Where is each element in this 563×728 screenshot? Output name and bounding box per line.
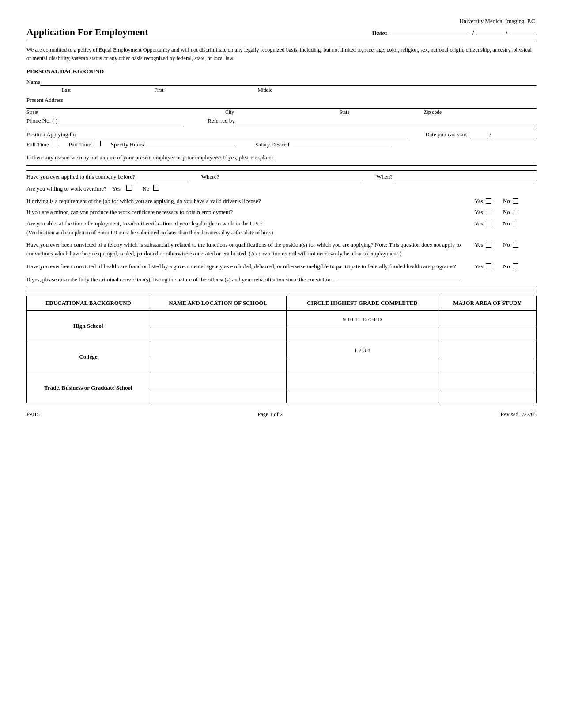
- slash3: /: [489, 131, 491, 138]
- address-line[interactable]: [26, 108, 537, 109]
- fraud-yes-checkbox[interactable]: [486, 263, 491, 269]
- legal-no-checkbox[interactable]: [513, 221, 518, 226]
- education-table: EDUCATIONAL BACKGROUND NAME AND LOCATION…: [26, 296, 537, 403]
- high-school-name[interactable]: [150, 311, 286, 328]
- full-time-checkbox[interactable]: [53, 141, 58, 146]
- salary-input[interactable]: [293, 146, 390, 146]
- high-school-major-2[interactable]: [438, 328, 536, 341]
- driving-yes-label: Yes: [475, 197, 483, 206]
- high-school-grades: 9 10 11 12/GED: [286, 311, 438, 328]
- yes-ot-label: Yes: [112, 185, 121, 192]
- criminal-desc-input[interactable]: [336, 281, 460, 281]
- table-row: High School 9 10 11 12/GED: [27, 311, 537, 328]
- name-row: Name: [26, 79, 537, 86]
- name-input[interactable]: [40, 85, 537, 86]
- college-label: College: [27, 341, 150, 372]
- date-month[interactable]: [476, 35, 503, 35]
- page: University Medical Imaging, P.C. Applica…: [0, 0, 563, 728]
- phone-label: Phone No. ( ): [26, 117, 57, 124]
- high-school-major[interactable]: [438, 311, 536, 328]
- legal-right-note: (Verification and completion of Form I-9…: [26, 229, 537, 237]
- high-school-name-2[interactable]: [150, 328, 286, 341]
- driving-row: If driving is a requirement of the job f…: [26, 197, 537, 206]
- felony-block: Have you ever been convicted of a felony…: [26, 240, 537, 258]
- fraud-block: Have you ever been convicted of healthca…: [26, 262, 537, 271]
- driving-yes-checkbox[interactable]: [486, 198, 491, 204]
- where-label: Where?: [201, 173, 219, 180]
- college-major-2[interactable]: [438, 359, 536, 372]
- overtime-label: Are you willing to work overtime?: [26, 185, 106, 192]
- felony-no-checkbox[interactable]: [513, 242, 518, 248]
- zip-label: Zip code: [406, 109, 442, 115]
- date-field: Date: / /: [372, 30, 537, 37]
- college-major[interactable]: [438, 341, 536, 359]
- trade-school-grades: [286, 372, 438, 390]
- college-name-2[interactable]: [150, 359, 286, 372]
- minor-no-checkbox[interactable]: [513, 210, 518, 215]
- name-label: Name: [26, 79, 40, 86]
- city-label: City: [185, 109, 274, 115]
- overtime-yes-checkbox[interactable]: [126, 185, 132, 191]
- edu-header-2: CIRCLE HIGHEST GRADE COMPLETED: [286, 296, 438, 311]
- legal-no-label: No: [503, 219, 510, 228]
- criminal-desc-row: If yes, please describe fully the crimin…: [26, 275, 537, 285]
- edu-header-row: EDUCATIONAL BACKGROUND NAME AND LOCATION…: [27, 296, 537, 311]
- felony-yes-label: Yes: [475, 240, 483, 249]
- date-slash2: /: [506, 30, 507, 37]
- felony-yes-checkbox[interactable]: [486, 242, 491, 248]
- specify-hours-input[interactable]: [148, 146, 236, 146]
- start-date-2[interactable]: [492, 138, 510, 138]
- start-date-1[interactable]: [470, 138, 488, 138]
- minor-yes-checkbox[interactable]: [486, 210, 491, 215]
- college-name[interactable]: [150, 341, 286, 359]
- applied-before-row: Have you ever applied to this company be…: [26, 173, 537, 180]
- first-label: First: [124, 87, 194, 93]
- table-row: Trade, Business or Graduate School: [27, 372, 537, 390]
- driving-yn: Yes No: [475, 197, 537, 206]
- minor-yes-label: Yes: [475, 208, 483, 217]
- trade-school-major[interactable]: [438, 372, 536, 390]
- fraud-no-label: No: [503, 262, 510, 271]
- date-input[interactable]: [390, 35, 469, 35]
- date-slash1: /: [472, 30, 474, 37]
- high-school-grades-2: [286, 328, 438, 341]
- eeo-text: We are committed to a policy of Equal Em…: [26, 46, 537, 63]
- legal-yes-checkbox[interactable]: [486, 221, 491, 226]
- referred-input[interactable]: [235, 124, 537, 124]
- applied-before-label: Have you ever applied to this company be…: [26, 173, 135, 180]
- referred-label: Referred by: [208, 117, 235, 124]
- employer-answer-line[interactable]: [26, 165, 537, 166]
- when-input[interactable]: [393, 180, 537, 180]
- overtime-row: Are you willing to work overtime? Yes No: [26, 184, 537, 194]
- high-school-label: High School: [27, 311, 150, 341]
- position-input[interactable]: [76, 138, 408, 138]
- page-number: Page 1 of 2: [257, 411, 283, 418]
- part-time-checkbox[interactable]: [95, 141, 101, 146]
- applied-before-input[interactable]: [135, 180, 188, 180]
- page-title: Application For Employment: [26, 26, 148, 38]
- criminal-desc-line2[interactable]: [26, 286, 537, 286]
- where-input[interactable]: [219, 180, 363, 180]
- trade-school-name-2[interactable]: [150, 390, 286, 403]
- divider3: [26, 291, 537, 291]
- trade-school-name[interactable]: [150, 372, 286, 390]
- part-time-label: Part Time: [68, 141, 91, 148]
- header-row: Application For Employment Date: / /: [26, 26, 537, 38]
- position-label: Position Applying for: [26, 131, 76, 138]
- date-year[interactable]: [510, 35, 537, 35]
- last-label: Last: [44, 87, 88, 93]
- fraud-yn: Yes No: [475, 262, 537, 271]
- minor-yn: Yes No: [475, 208, 537, 217]
- phone-input[interactable]: [57, 124, 181, 124]
- fraud-no-checkbox[interactable]: [513, 263, 518, 269]
- driving-no-checkbox[interactable]: [513, 198, 518, 204]
- state-label: State: [309, 109, 380, 115]
- legal-right-yn: Yes No: [475, 219, 537, 228]
- start-date-3[interactable]: [510, 138, 537, 138]
- edu-header-1: NAME AND LOCATION OF SCHOOL: [150, 296, 286, 311]
- full-time-label: Full Time: [26, 141, 49, 148]
- overtime-no-checkbox[interactable]: [153, 185, 159, 191]
- trade-school-major-2[interactable]: [438, 390, 536, 403]
- driving-question: If driving is a requirement of the job f…: [26, 197, 475, 206]
- edu-header-0: EDUCATIONAL BACKGROUND: [27, 296, 150, 311]
